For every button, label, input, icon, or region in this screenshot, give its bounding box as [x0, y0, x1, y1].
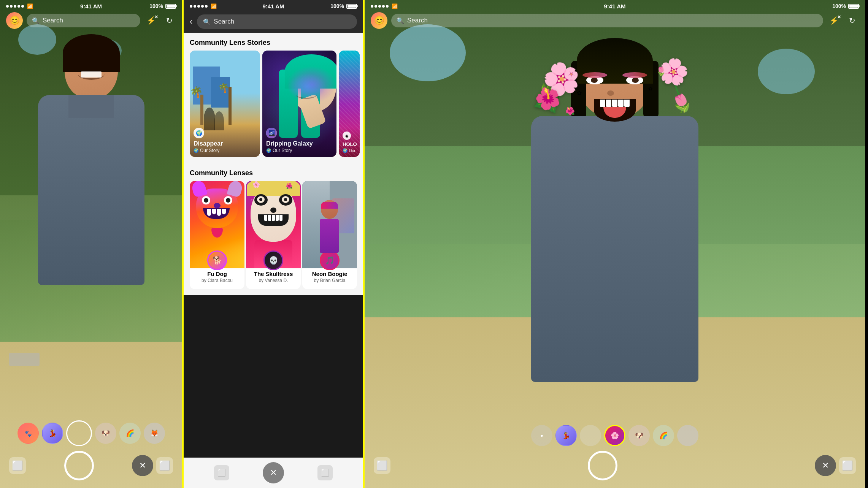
flower-small-3: 🌷: [656, 67, 666, 76]
lens-card-fu-dog[interactable]: 🐕 Fu Dog by Clara Bacou: [190, 181, 244, 289]
status-left-left: 📶: [6, 3, 33, 9]
capture-btn-right[interactable]: [588, 451, 617, 480]
lenses-grid: 🐕 Fu Dog by Clara Bacou: [184, 181, 363, 295]
cancel-btn-left[interactable]: ✕: [132, 455, 153, 476]
capture-side-right-right: ✕ ⬜: [815, 455, 856, 476]
top-bar-actions-right: ⚡✕ ↻: [827, 14, 859, 27]
community-lenses-title: Community Lenses: [184, 163, 363, 181]
grid-icon-mid[interactable]: ⬜: [317, 465, 333, 480]
search-text-right: Search: [407, 17, 428, 24]
wifi-icon-left: 📶: [27, 3, 33, 9]
signal-dots-left: [6, 5, 24, 8]
content-area: Community Lens Stories 🌴: [184, 33, 363, 295]
search-input-middle[interactable]: 🔍 Search: [197, 14, 357, 29]
signal-dots-middle: [190, 5, 208, 8]
memories-btn-right[interactable]: ⬜: [374, 457, 390, 474]
middle-search-container: ‹ 🔍 Search: [184, 11, 363, 33]
particle-1: ✿: [577, 89, 582, 97]
switch-btn-left[interactable]: ⬜: [156, 457, 173, 474]
community-lenses-section: Community Lenses: [184, 163, 363, 295]
fu-dog-avatar: 🐕: [207, 250, 227, 270]
search-text-middle: Search: [214, 18, 234, 25]
search-text-left: Search: [43, 17, 63, 24]
lens-option-r5-right[interactable]: 🌈: [653, 425, 674, 446]
capture-btn-left[interactable]: [64, 451, 94, 480]
neon-boogie-avatar: 🎵: [320, 250, 340, 270]
time-left: 9:41 AM: [80, 3, 102, 10]
cancel-btn-right[interactable]: ✕: [815, 455, 836, 476]
right-panel: 🌸 🌺 🌸 🌷 🌸 🌺 🌷 🌿 🌿 ✿ ✿: [365, 0, 865, 488]
lens-option-1-left[interactable]: 🐾: [17, 423, 39, 444]
middle-bottom: ⬜ ✕ ⬜: [184, 458, 363, 488]
rotate-camera-btn-left[interactable]: ↻: [162, 14, 176, 27]
flower-right-2: 🌷: [669, 90, 696, 116]
search-icon-left: 🔍: [32, 17, 40, 24]
lens-option-5-left[interactable]: 🌈: [119, 423, 141, 444]
status-left-middle: 📶: [190, 3, 217, 9]
status-left-right: 📶: [371, 3, 398, 9]
skulltress-author: by Vanessa D.: [246, 278, 301, 286]
search-bar-right[interactable]: 🔍 Search: [391, 14, 823, 27]
person-right: 🌸 🌺 🌸 🌷 🌸 🌺 🌷 🌿 🌿 ✿ ✿: [482, 30, 748, 410]
battery-bar-right: [848, 4, 859, 9]
lens-option-6-left[interactable]: 🦊: [144, 423, 165, 444]
fu-dog-author: by Clara Bacou: [190, 278, 244, 286]
top-bar-right: 😊 🔍 Search ⚡✕ ↻: [365, 11, 865, 32]
lens-option-2-left[interactable]: 💃: [42, 423, 63, 444]
search-bar-left[interactable]: 🔍 Search: [27, 14, 140, 27]
lens-card-skulltress[interactable]: 🌸 🌺 ❄ ❄ ✦ 💀: [246, 181, 301, 289]
lens-option-r0-right[interactable]: ●: [531, 425, 552, 446]
capture-row-right: ⬜ ✕ ⬜: [365, 451, 865, 480]
flower-small-2: 🌺: [565, 106, 575, 116]
bottom-controls-right: ● 💃 🌸 🐶 🌈 ⬜ ✕ ⬜: [365, 422, 865, 488]
flash-btn-left[interactable]: ⚡✕: [144, 14, 158, 27]
lens-option-active-left[interactable]: [66, 420, 92, 446]
capture-row-left: ⬜ ✕ ⬜: [0, 451, 182, 480]
search-icon-right: 🔍: [397, 17, 404, 24]
top-bar-left: 😊 🔍 Search ⚡✕ ↻: [0, 11, 182, 32]
search-icon-middle: 🔍: [203, 18, 211, 25]
lens-stories-section: Community Lens Stories 🌴: [184, 33, 363, 163]
story-card-dripping-galaxy[interactable]: 🌌 Dripping Galaxy 🌍 Our Story: [262, 51, 336, 157]
status-bar-right: 📶 9:41 AM 100%: [365, 0, 865, 11]
back-button[interactable]: ‹: [190, 17, 192, 27]
bottom-controls-left: 🐾 💃 🐶 🌈 🦊 ⬜ ✕ ⬜: [0, 417, 182, 488]
neon-boogie-author: by Brian Garcia: [302, 278, 357, 286]
lens-option-r6-right[interactable]: [677, 425, 698, 446]
lens-option-r3-selected-right[interactable]: 🌸: [604, 425, 625, 446]
wifi-icon-middle: 📶: [211, 3, 217, 9]
lens-option-4-left[interactable]: 🐶: [95, 423, 116, 444]
lens-selector-right: ● 💃 🌸 🐶 🌈: [365, 422, 865, 451]
signal-dots-right: [371, 5, 389, 8]
avatar-left[interactable]: 😊: [6, 12, 23, 29]
left-panel: 📶 9:41 AM 100% 😊 🔍 Search ⚡✕ ↻: [0, 0, 184, 488]
avatar-right[interactable]: 😊: [371, 12, 387, 29]
memories-btn-left[interactable]: ⬜: [9, 457, 26, 474]
battery-bar-middle: [346, 4, 357, 9]
skulltress-avatar: 💀: [263, 250, 283, 270]
time-right: 9:41 AM: [604, 3, 626, 10]
rotate-camera-btn-right[interactable]: ↻: [845, 14, 859, 27]
story-card-holo[interactable]: ◉ HOLO 🌍 Our: [339, 51, 360, 157]
flower-small-1: 🌸: [565, 68, 577, 79]
lens-stories-row: 🌴 🌴 🌍 Disappear 🌍: [184, 51, 363, 163]
cancel-btn-middle[interactable]: ✕: [263, 462, 284, 483]
flash-btn-right[interactable]: ⚡✕: [827, 14, 841, 27]
lens-selector-left: 🐾 💃 🐶 🌈 🦊: [0, 417, 182, 451]
messages-icon-mid[interactable]: ⬜: [214, 465, 229, 480]
story-disappear-avatar: 🌍: [194, 128, 204, 138]
lens-option-r2-right[interactable]: [580, 425, 601, 446]
middle-panel: 📶 9:41 AM 100% ‹ 🔍 Search Community Lens…: [184, 0, 365, 488]
battery-middle: 100%: [330, 3, 357, 9]
battery-left: 100%: [149, 3, 176, 9]
story-disappear-title: Disappear: [194, 140, 256, 147]
lens-card-neon-boogie[interactable]: 🎵 Neon Boogie by Brian Garcia: [302, 181, 357, 289]
lens-option-r1-right[interactable]: 💃: [555, 425, 577, 446]
story-card-disappear[interactable]: 🌴 🌴 🌍 Disappear 🌍: [190, 51, 260, 157]
lens-option-r4-right[interactable]: 🐶: [628, 425, 650, 446]
switch-btn-right[interactable]: ⬜: [839, 457, 856, 474]
top-bar-actions-left: ⚡✕ ↻: [144, 14, 176, 27]
battery-bar-left: [165, 4, 176, 9]
particle-2: ✿: [648, 86, 653, 92]
story-disappear-subtitle: 🌍 Our Story: [194, 148, 256, 153]
